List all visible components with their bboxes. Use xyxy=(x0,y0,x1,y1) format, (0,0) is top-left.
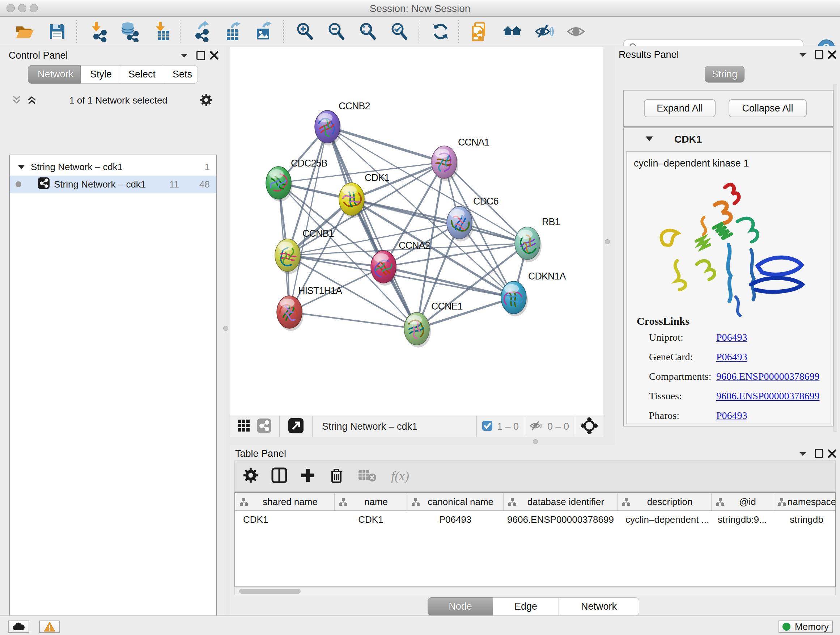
protein-section-header[interactable]: CDK1 xyxy=(624,128,833,150)
graph-node-CCNB2[interactable] xyxy=(315,111,341,146)
copy-style-icon[interactable] xyxy=(469,21,489,42)
network-tree-child-row[interactable]: String Network – cdk1 11 48 xyxy=(10,176,216,193)
table-cell[interactable]: P06493 xyxy=(407,514,504,525)
graph-node-CCNB1[interactable] xyxy=(275,239,302,274)
zoom-out-icon[interactable] xyxy=(326,21,347,42)
results-scrollbar[interactable] xyxy=(834,84,837,432)
cloud-status-button[interactable] xyxy=(8,621,29,633)
results-panel-close-icon[interactable] xyxy=(828,50,836,60)
table-panel-menu-icon[interactable] xyxy=(799,451,807,458)
tab-select[interactable]: Select xyxy=(119,65,163,84)
save-session-icon[interactable] xyxy=(47,21,67,42)
network-options-gear-icon[interactable] xyxy=(200,93,213,108)
graph-node-CDKN1A[interactable] xyxy=(501,281,528,317)
zoom-in-icon[interactable] xyxy=(295,21,315,42)
graph-edge-CCNB2-CCNE1[interactable] xyxy=(327,127,417,329)
import-database-icon[interactable] xyxy=(119,21,139,42)
graph-node-CDK1[interactable] xyxy=(339,183,366,218)
refresh-icon[interactable] xyxy=(431,21,451,42)
graph-edge-CCNB2-CCNA1[interactable] xyxy=(327,127,444,162)
warnings-button[interactable] xyxy=(39,621,60,633)
left-divider-handle[interactable] xyxy=(223,326,228,331)
open-in-browser-icon[interactable] xyxy=(288,418,303,435)
table-row[interactable]: CDK1CDK1P064939606.ENSP00000378699cyclin… xyxy=(235,511,835,528)
function-builder-icon[interactable]: f(x) xyxy=(391,469,409,484)
protein-collapse-icon[interactable] xyxy=(645,136,653,143)
table-cell[interactable]: 9606.ENSP00000378699 xyxy=(504,514,617,525)
column-header-namespace[interactable]: namespace xyxy=(773,493,836,510)
crosslink-value-link[interactable]: P06493 xyxy=(716,351,747,363)
show-columns-icon[interactable] xyxy=(271,467,287,485)
column-header--id[interactable]: @id xyxy=(712,493,773,510)
export-table-icon[interactable] xyxy=(223,21,243,42)
bottom-divider-handle[interactable] xyxy=(533,439,538,444)
column-header-name[interactable]: name xyxy=(335,493,407,510)
crosslink-value-link[interactable]: P06493 xyxy=(716,410,747,421)
graph-node-CCNA2[interactable] xyxy=(371,250,398,286)
table-panel-float-icon[interactable] xyxy=(815,449,823,458)
graph-edge-CCNB1-CCNA2[interactable] xyxy=(287,255,384,267)
selected-checkbox-icon[interactable] xyxy=(482,420,493,432)
column-header-shared-name[interactable]: shared name xyxy=(235,493,335,510)
table-panel-close-icon[interactable] xyxy=(828,449,836,459)
memory-button[interactable]: Memory xyxy=(778,621,833,633)
collapse-all-chevron-icon[interactable] xyxy=(11,95,22,106)
home-networks-icon[interactable] xyxy=(502,21,523,42)
table-cell[interactable]: cyclin–dependent ... xyxy=(617,514,712,525)
export-network-icon[interactable] xyxy=(191,21,211,42)
crosslink-value-link[interactable]: 9606.ENSP00000378699 xyxy=(716,371,819,382)
crosslink-value-link[interactable]: P06493 xyxy=(716,332,747,343)
node-table[interactable]: shared namenamecanonical namedatabase id… xyxy=(234,492,836,587)
table-settings-gear-icon[interactable] xyxy=(243,467,259,485)
tree-expand-icon[interactable] xyxy=(18,162,25,173)
expand-all-button[interactable]: Expand All xyxy=(644,99,715,117)
hidden-eye-icon[interactable] xyxy=(529,420,544,433)
network-canvas[interactable]: CCNB2CCNA1CDC25BCDK1CDC6RB1CCNB1CCNA2CDK… xyxy=(230,47,603,416)
grid-view-icon[interactable] xyxy=(237,419,250,434)
graph-edge-CCNB2-HIST1H1A[interactable] xyxy=(289,127,327,312)
control-panel-float-icon[interactable] xyxy=(196,51,205,60)
import-network-icon[interactable] xyxy=(88,21,108,42)
open-session-icon[interactable] xyxy=(14,21,35,42)
table-cell[interactable]: CDK1 xyxy=(335,514,407,525)
column-header-canonical-name[interactable]: canonical name xyxy=(407,493,504,510)
delete-table-icon[interactable] xyxy=(358,468,377,484)
graph-node-CCNE1[interactable] xyxy=(404,312,431,348)
network-share-view-icon[interactable] xyxy=(257,418,271,434)
column-header-database-identifier[interactable]: database identifier xyxy=(504,493,617,510)
expand-all-chevron-icon[interactable] xyxy=(27,95,37,106)
crosslink-value-link[interactable]: 9606.ENSP00000378699 xyxy=(716,390,819,402)
graph-node-RB1[interactable] xyxy=(515,227,542,262)
zoom-fit-icon[interactable] xyxy=(358,21,378,42)
hide-eye-icon[interactable] xyxy=(534,21,554,42)
tab-network-table[interactable]: Network Table xyxy=(559,597,639,616)
export-image-icon[interactable] xyxy=(253,21,273,42)
tab-edge-table[interactable]: Edge Table xyxy=(493,597,559,616)
table-horizontal-scrollbar[interactable] xyxy=(234,587,836,595)
import-table-icon[interactable] xyxy=(152,21,172,42)
results-panel-float-icon[interactable] xyxy=(815,50,823,59)
results-panel-menu-icon[interactable] xyxy=(799,52,807,59)
tab-node-table[interactable]: Node Table xyxy=(428,597,493,616)
collapse-all-button[interactable]: Collapse All xyxy=(729,99,807,117)
graph-edge-CDK1-RB1[interactable] xyxy=(352,199,527,243)
graph-node-HIST1H1A[interactable] xyxy=(277,296,303,331)
zoom-selected-icon[interactable] xyxy=(389,21,409,42)
tab-network[interactable]: Network xyxy=(28,65,81,84)
network-tree-root-row[interactable]: String Network – cdk1 1 xyxy=(10,158,216,176)
tab-style[interactable]: Style xyxy=(81,65,119,84)
right-divider-handle[interactable] xyxy=(605,239,610,244)
delete-column-trash-icon[interactable] xyxy=(329,467,344,485)
table-cell[interactable]: stringdb xyxy=(773,514,836,525)
graph-edge-HIST1H1A-CCNE1[interactable] xyxy=(289,312,417,329)
create-column-icon[interactable] xyxy=(300,467,316,485)
tab-sets[interactable]: Sets xyxy=(163,65,198,84)
graph-edge-CDC6-CCNB1[interactable] xyxy=(287,223,459,255)
table-cell[interactable]: CDK1 xyxy=(235,514,335,525)
control-panel-menu-icon[interactable] xyxy=(180,53,188,60)
control-panel-close-icon[interactable] xyxy=(210,51,218,61)
show-eye-icon[interactable] xyxy=(566,21,586,42)
scrollbar-thumb[interactable] xyxy=(239,589,301,594)
birdseye-view-icon[interactable] xyxy=(581,417,598,435)
column-header-description[interactable]: description xyxy=(617,493,712,510)
